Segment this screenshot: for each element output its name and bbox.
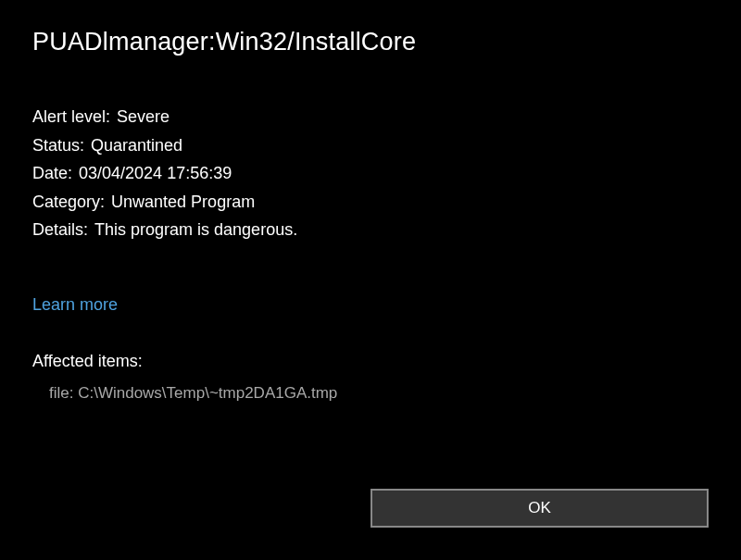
details-row: Details: This program is dangerous. bbox=[32, 216, 709, 244]
threat-details-dialog: PUADlmanager:Win32/InstallCore Alert lev… bbox=[0, 0, 741, 560]
category-value: Unwanted Program bbox=[111, 193, 255, 211]
details-label: Details: bbox=[32, 220, 88, 239]
category-label: Category: bbox=[32, 193, 105, 211]
status-label: Status: bbox=[32, 136, 84, 155]
alert-level-row: Alert level: Severe bbox=[32, 103, 709, 131]
status-row: Status: Quarantined bbox=[32, 131, 709, 160]
date-value: 03/04/2024 17:56:39 bbox=[79, 164, 232, 182]
status-value: Quarantined bbox=[91, 136, 182, 155]
threat-name: PUADlmanager:Win32/InstallCore bbox=[32, 28, 709, 56]
affected-item: file: C:\Windows\Temp\~tmp2DA1GA.tmp bbox=[49, 384, 709, 403]
ok-button[interactable]: OK bbox=[370, 489, 709, 528]
category-row: Category: Unwanted Program bbox=[32, 188, 709, 217]
learn-more-link[interactable]: Learn more bbox=[32, 295, 118, 315]
affected-items-header: Affected items: bbox=[32, 352, 709, 371]
alert-level-value: Severe bbox=[117, 107, 170, 126]
alert-level-label: Alert level: bbox=[32, 107, 110, 126]
date-label: Date: bbox=[32, 164, 72, 182]
details-value: This program is dangerous. bbox=[94, 220, 297, 239]
date-row: Date: 03/04/2024 17:56:39 bbox=[32, 159, 709, 188]
